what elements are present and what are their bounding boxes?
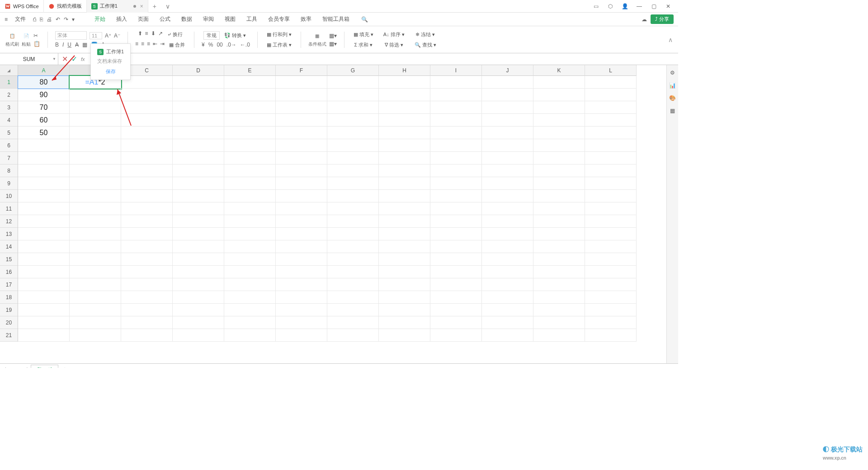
number-format-select[interactable]: 常规 (203, 31, 220, 40)
menu-insert[interactable]: 插入 (113, 15, 131, 23)
cell[interactable] (173, 177, 224, 190)
row-header[interactable]: 16 (0, 266, 18, 278)
cell[interactable] (18, 240, 70, 253)
cell[interactable] (482, 316, 533, 329)
cells-grid[interactable]: 80=A1*2 90 70 60 50 (18, 76, 637, 363)
cell[interactable] (482, 152, 533, 164)
sort-button[interactable]: A↓ 排序 ▾ (382, 30, 406, 39)
cell[interactable] (18, 329, 70, 342)
cell[interactable] (379, 101, 430, 114)
cell[interactable] (121, 202, 173, 215)
cell[interactable] (173, 304, 224, 316)
panel-icon[interactable]: 🎨 (669, 95, 676, 101)
cell[interactable] (482, 215, 533, 228)
cell-a5[interactable]: 50 (18, 127, 70, 139)
cell[interactable] (121, 89, 173, 101)
cell[interactable] (585, 291, 637, 304)
row-header[interactable]: 7 (0, 152, 18, 164)
indent-dec-icon[interactable]: ⇤ (153, 41, 157, 49)
cell[interactable] (224, 253, 276, 266)
cell[interactable] (18, 177, 70, 190)
cell[interactable] (70, 253, 121, 266)
row-header[interactable]: 6 (0, 139, 18, 152)
cell[interactable] (173, 127, 224, 139)
cell[interactable] (533, 177, 585, 190)
row-header[interactable]: 10 (0, 190, 18, 202)
menu-member[interactable]: 会员专享 (264, 15, 293, 23)
row-header[interactable]: 8 (0, 164, 18, 177)
cell[interactable] (224, 240, 276, 253)
cell[interactable] (327, 304, 379, 316)
cell[interactable] (18, 215, 70, 228)
cell[interactable] (224, 139, 276, 152)
cell[interactable] (18, 164, 70, 177)
cell[interactable] (482, 278, 533, 291)
menu-file[interactable]: 文件 (11, 15, 29, 23)
cell[interactable] (533, 329, 585, 342)
cell[interactable] (276, 228, 327, 240)
panel-icon[interactable]: ▦ (670, 108, 675, 114)
cell[interactable] (121, 228, 173, 240)
copy-icon[interactable]: 📋 (33, 41, 40, 47)
cell[interactable] (224, 278, 276, 291)
col-header-g[interactable]: G (327, 65, 379, 76)
cell[interactable] (276, 266, 327, 278)
cell[interactable] (379, 266, 430, 278)
cell[interactable] (585, 266, 637, 278)
cell[interactable] (533, 202, 585, 215)
cell[interactable] (224, 329, 276, 342)
panel-icon[interactable]: 📊 (669, 82, 676, 89)
cell[interactable] (327, 127, 379, 139)
cell[interactable] (482, 89, 533, 101)
cell[interactable] (379, 190, 430, 202)
cell[interactable] (121, 177, 173, 190)
cell[interactable] (533, 278, 585, 291)
tab-wps-office[interactable]: WPS Office (0, 0, 44, 13)
cloud-icon[interactable]: ☁ (642, 16, 647, 23)
cell[interactable] (70, 266, 121, 278)
save-icon[interactable]: ⎙ (33, 16, 36, 23)
cell[interactable] (327, 266, 379, 278)
formula-accept-icon[interactable]: ✓ (71, 55, 77, 63)
cell[interactable] (327, 76, 379, 89)
cell[interactable] (585, 101, 637, 114)
share-button[interactable]: ⤴ 分享 (651, 14, 674, 24)
freeze-button[interactable]: ❄ 冻结 ▾ (414, 30, 437, 39)
cell[interactable] (430, 76, 482, 89)
indent-inc-icon[interactable]: ⇥ (160, 41, 165, 49)
cell[interactable] (276, 329, 327, 342)
cell[interactable] (430, 316, 482, 329)
cell[interactable] (379, 278, 430, 291)
cell-a2[interactable]: 90 (18, 89, 70, 101)
row-header[interactable]: 18 (0, 291, 18, 304)
cell[interactable] (173, 278, 224, 291)
cell[interactable] (18, 253, 70, 266)
col-header-h[interactable]: H (379, 65, 430, 76)
cell[interactable] (121, 139, 173, 152)
tab-list-button[interactable]: ∨ (161, 3, 175, 10)
cell[interactable] (70, 228, 121, 240)
cell[interactable] (70, 164, 121, 177)
maximize-button[interactable]: ▢ (648, 1, 659, 12)
cell[interactable] (533, 266, 585, 278)
align-middle-icon[interactable]: ≡ (145, 30, 148, 39)
cell[interactable] (276, 278, 327, 291)
cell[interactable] (379, 114, 430, 127)
cell[interactable] (430, 228, 482, 240)
panel-icon[interactable]: ⚙ (670, 70, 675, 76)
cell[interactable] (18, 228, 70, 240)
cell[interactable] (121, 253, 173, 266)
cell[interactable] (276, 101, 327, 114)
currency-icon[interactable]: ¥ (202, 42, 205, 48)
cell[interactable] (276, 202, 327, 215)
cell[interactable] (533, 316, 585, 329)
cell[interactable] (276, 316, 327, 329)
formula-cancel-icon[interactable]: ✕ (62, 55, 68, 63)
cell[interactable] (173, 76, 224, 89)
row-header[interactable]: 9 (0, 177, 18, 190)
align-bottom-icon[interactable]: ⬇ (151, 30, 156, 39)
cell[interactable] (224, 215, 276, 228)
cell[interactable] (18, 278, 70, 291)
cell[interactable] (585, 215, 637, 228)
cell[interactable] (276, 152, 327, 164)
